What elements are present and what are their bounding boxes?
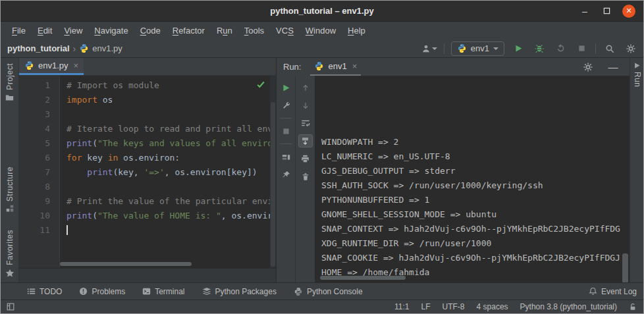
code-line: print("The keys and values of all enviro… (67, 136, 276, 151)
editor-tab-label: env1.py (38, 61, 68, 70)
menu-item-edit[interactable]: Edit (32, 24, 58, 38)
run-stripe-label[interactable]: Run (633, 72, 642, 88)
console-line: The value of HOME is: /home/fahmida (321, 280, 630, 282)
restore-layout-button[interactable] (279, 150, 293, 163)
softwrap-icon (301, 118, 310, 128)
pin-tab-button[interactable] (279, 168, 293, 181)
tool-stripe-label: Structure (5, 167, 14, 201)
breadcrumb: python_tutorial › env1.py (7, 43, 122, 54)
python-icon (314, 61, 324, 71)
console-line: SNAP_CONTEXT => hJah2dVuj-c6v9Oh--pjYMkh… (321, 222, 630, 236)
separator (280, 118, 292, 118)
line-number: 4 (19, 122, 50, 136)
menu-item-window[interactable]: Window (300, 24, 342, 38)
tool-button-todo[interactable]: TODO (27, 287, 62, 296)
print-button[interactable] (298, 152, 313, 165)
window-title: python_tutorial – env1.py (1, 6, 643, 16)
search-icon (605, 44, 614, 53)
separator (280, 144, 292, 144)
console-line: SNAP_COOKIE => hJah2dVuj-c6v9Oh--pjYMkhE… (321, 251, 630, 265)
code-line: # Iterate loop to read and print all env… (67, 122, 276, 136)
settings-button[interactable] (624, 42, 638, 55)
breadcrumb-file[interactable]: env1.py (92, 43, 122, 53)
tool-button-problems[interactable]: Problems (79, 287, 125, 296)
menu-item-vcs[interactable]: VCS (270, 24, 300, 38)
menu-item-tools[interactable]: Tools (238, 24, 270, 38)
tool-button-python-console[interactable]: Python Console (294, 287, 363, 296)
run-body: WINDOWPATH => 2LC_NUMERIC => en_US.UTF-8… (277, 76, 630, 282)
minimize-button[interactable]: – (579, 5, 591, 17)
run-tab-env1[interactable]: env1 × (310, 58, 361, 76)
console-horizontal-scrollbar[interactable] (320, 276, 406, 280)
title-bar[interactable]: python_tutorial – env1.py – ✕ (1, 1, 643, 22)
tool-stripe-project[interactable]: Project (5, 63, 14, 102)
prev-trace-button[interactable] (298, 81, 313, 94)
close-icon[interactable]: × (72, 61, 79, 70)
code-area[interactable]: # Import os moduleimport os# Iterate loo… (60, 76, 276, 268)
star-icon (5, 269, 14, 278)
line-number-gutter: 1234567891011 (19, 76, 60, 268)
tool-stripe-favorites[interactable]: Favorites (5, 230, 14, 278)
soft-wrap-button[interactable] (298, 117, 313, 130)
breadcrumb-project[interactable]: python_tutorial (7, 43, 70, 53)
status-python-interpreter[interactable]: Python 3.8 (python_tutorial) (520, 302, 617, 311)
tool-button-python-packages[interactable]: Python Packages (202, 287, 277, 296)
console-line: XDG_RUNTIME_DIR => /run/user/1000 (321, 236, 630, 251)
status-caret-position[interactable]: 11:1 (394, 302, 409, 311)
event-log-button[interactable]: Event Log (589, 287, 637, 296)
stop-button[interactable] (574, 42, 589, 55)
run-button[interactable] (511, 42, 525, 55)
user-menu[interactable] (421, 44, 437, 53)
menu-item-run[interactable]: Run (211, 24, 238, 38)
scroll-to-end-button[interactable] (298, 134, 313, 147)
run-console[interactable]: WINDOWPATH => 2LC_NUMERIC => en_US.UTF-8… (315, 76, 630, 282)
editor-body[interactable]: 1234567891011 # Import os moduleimport o… (19, 76, 276, 268)
menu-item-refactor[interactable]: Refactor (167, 24, 211, 38)
packages-icon (202, 287, 211, 296)
close-button[interactable]: ✕ (622, 5, 635, 18)
editor-vertical-scrollbar[interactable] (270, 76, 276, 268)
menu-item-file[interactable]: File (6, 24, 32, 38)
stop-process-button[interactable] (279, 124, 293, 138)
search-everywhere-button[interactable] (603, 42, 617, 55)
status-file-encoding[interactable]: UTF-8 (443, 302, 465, 311)
menu-item-view[interactable]: View (58, 24, 88, 38)
lock-icon[interactable] (629, 303, 637, 311)
next-trace-button[interactable] (298, 99, 313, 112)
console-vertical-scrollbar[interactable] (622, 253, 628, 282)
navigation-bar: python_tutorial › env1.py env1 (1, 39, 643, 58)
inspection-ok-icon[interactable] (256, 80, 265, 89)
editor-tab-env1[interactable]: env1.py × (19, 58, 84, 75)
tool-stripe-structure[interactable]: Structure (5, 167, 14, 213)
status-line-separator[interactable]: LF (421, 302, 431, 311)
problems-icon (79, 287, 88, 296)
run-settings-button[interactable] (581, 61, 595, 74)
hide-tool-window-button[interactable]: — (606, 61, 620, 74)
separator (595, 43, 596, 54)
menu-item-navigate[interactable]: Navigate (88, 24, 134, 38)
run-stripe-play-icon[interactable] (633, 62, 641, 69)
maximize-icon (603, 7, 610, 14)
run-config-select[interactable]: env1 (451, 41, 504, 56)
window-controls: – ✕ (579, 5, 643, 18)
close-icon[interactable]: × (351, 61, 358, 71)
line-number: 11 (19, 223, 50, 238)
tool-button-terminal[interactable]: Terminal (142, 287, 184, 296)
tool-window-toggle-icon[interactable] (6, 302, 15, 311)
console-line: WINDOWPATH => 2 (321, 135, 630, 149)
line-number: 1 (19, 78, 50, 93)
code-line (67, 107, 276, 122)
menu-item-code[interactable]: Code (134, 24, 167, 38)
clear-console-button[interactable] (298, 170, 313, 183)
maximize-button[interactable] (601, 5, 612, 17)
console-line: GNOME_SHELL_SESSION_MODE => ubuntu (321, 207, 630, 222)
run-with-coverage-button[interactable] (553, 42, 568, 55)
editor-horizontal-scrollbar[interactable] (60, 262, 192, 266)
rerun-button[interactable] (279, 81, 293, 94)
stop-icon (578, 45, 585, 52)
menu-item-help[interactable]: Help (342, 24, 371, 38)
status-indent-style[interactable]: 4 spaces (477, 302, 508, 311)
code-line: import os (67, 93, 276, 107)
edit-configuration-button[interactable] (279, 99, 293, 112)
debug-button[interactable] (532, 42, 547, 55)
